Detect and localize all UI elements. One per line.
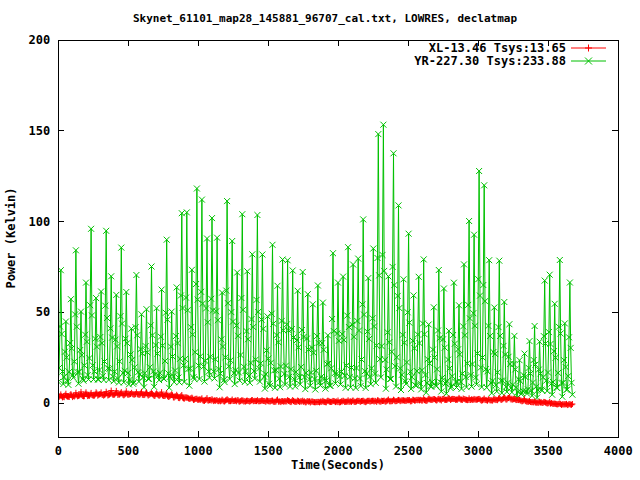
y-tick-label: 50 xyxy=(36,305,50,319)
x-tick-label: 4000 xyxy=(604,444,633,458)
x-tick-label: 3000 xyxy=(464,444,493,458)
x-tick-label: 2000 xyxy=(324,444,353,458)
legend: XL-13.46 Tsys:13.65 YR-227.30 Tsys:233.8… xyxy=(414,41,606,68)
x-axis-label: Time(Seconds) xyxy=(291,458,385,472)
y-tick-label: 150 xyxy=(29,124,51,138)
series-line-yr xyxy=(58,125,572,398)
x-tick-label: 500 xyxy=(117,444,139,458)
x-tick-label: 1500 xyxy=(254,444,283,458)
x-tick-label: 0 xyxy=(55,444,62,458)
y-axis-label: Power (Kelvin) xyxy=(4,187,18,288)
y-tick-label: 0 xyxy=(43,396,50,410)
legend-label-yr: YR-227.30 Tsys:233.88 xyxy=(414,54,566,68)
x-tick-label: 1000 xyxy=(184,444,213,458)
gnuplot-window: Skynet_61101_map28_145881_96707_cal.txt,… xyxy=(0,0,640,480)
y-tick-label: 200 xyxy=(29,33,51,47)
chart-title: Skynet_61101_map28_145881_96707_cal.txt,… xyxy=(133,12,517,25)
legend-label-xl: XL-13.46 Tsys:13.65 xyxy=(429,41,566,55)
plus-marker-icon xyxy=(585,45,592,52)
data-series-group xyxy=(55,122,575,408)
y-tick-label: 100 xyxy=(29,215,51,229)
x-tick-label: 2500 xyxy=(394,444,423,458)
chart-canvas: Skynet_61101_map28_145881_96707_cal.txt,… xyxy=(0,0,640,480)
x-tick-label: 3500 xyxy=(534,444,563,458)
